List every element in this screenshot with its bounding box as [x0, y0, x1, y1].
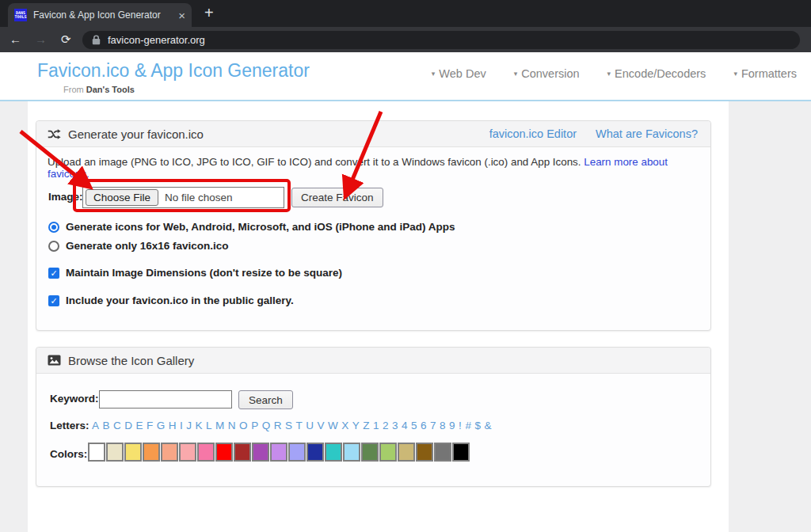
color-swatch[interactable]: [307, 443, 324, 462]
letter-link[interactable]: 9: [449, 420, 455, 431]
nav-label: Encode/Decoders: [615, 67, 706, 80]
letter-link[interactable]: 8: [440, 420, 446, 431]
radio-option-all-apps[interactable]: Generate icons for Web, Android, Microso…: [48, 221, 455, 233]
color-swatch[interactable]: [452, 443, 470, 462]
letter-link[interactable]: B: [103, 420, 110, 431]
tab-close-icon[interactable]: ×: [178, 9, 185, 22]
letter-link[interactable]: $: [474, 420, 481, 431]
letter-link[interactable]: #: [465, 420, 471, 431]
letter-link[interactable]: U: [306, 420, 314, 431]
color-swatch[interactable]: [379, 443, 397, 462]
radio-unselected-icon[interactable]: [48, 241, 59, 252]
new-tab-button[interactable]: +: [204, 4, 214, 22]
letter-link[interactable]: W: [328, 420, 338, 431]
letter-link[interactable]: H: [169, 420, 177, 431]
letter-link[interactable]: 2: [383, 420, 389, 431]
color-swatch[interactable]: [416, 443, 433, 462]
generator-panel-title: Generate your favicon.ico: [68, 127, 204, 141]
color-swatch[interactable]: [398, 443, 415, 462]
letter-link[interactable]: K: [196, 420, 203, 431]
color-swatch[interactable]: [106, 443, 124, 462]
letter-link[interactable]: Q: [262, 420, 271, 431]
radio-option-16x16[interactable]: Generate only 16x16 favicon.ico: [48, 240, 229, 252]
color-swatch[interactable]: [161, 443, 178, 462]
search-button[interactable]: Search: [238, 390, 293, 409]
color-swatch[interactable]: [234, 443, 251, 462]
letter-link[interactable]: R: [274, 420, 282, 431]
checkbox-checked-icon[interactable]: ✓: [48, 268, 59, 279]
color-swatch[interactable]: [361, 443, 379, 462]
checkbox-maintain-dimensions[interactable]: ✓ Maintain Image Dimensions (don't resiz…: [48, 267, 342, 279]
color-swatch[interactable]: [197, 443, 215, 462]
letter-link[interactable]: 6: [421, 420, 427, 431]
color-swatch[interactable]: [215, 443, 233, 462]
checkbox-public-gallery[interactable]: ✓ Include your favicon.ico in the public…: [48, 294, 294, 306]
shuffle-icon: [48, 128, 61, 140]
letter-link[interactable]: !: [459, 420, 462, 431]
letter-link[interactable]: M: [215, 420, 224, 431]
letter-link[interactable]: T: [295, 420, 302, 431]
color-swatch[interactable]: [343, 443, 360, 462]
page-title[interactable]: Favicon.ico & App Icon Generator: [37, 60, 310, 82]
brand-link[interactable]: Dan's Tools: [86, 85, 135, 94]
nav-item-web-dev[interactable]: ▾ Web Dev: [432, 67, 486, 80]
letter-link[interactable]: I: [180, 420, 183, 431]
letter-link[interactable]: &: [484, 420, 491, 431]
letter-link[interactable]: C: [113, 420, 121, 431]
url-text: favicon-generator.org: [108, 34, 205, 46]
color-swatch[interactable]: [179, 443, 196, 462]
browser-tab[interactable]: DANS TOOLS Favicon & App Icon Generator …: [8, 3, 192, 27]
letter-link[interactable]: S: [285, 420, 292, 431]
letter-link[interactable]: Z: [363, 420, 369, 431]
color-swatch[interactable]: [143, 443, 160, 462]
letter-link[interactable]: O: [239, 420, 248, 431]
site-favicon-icon: DANS TOOLS: [14, 9, 27, 21]
color-swatch[interactable]: [270, 443, 287, 462]
letter-link[interactable]: 4: [402, 420, 408, 431]
what-are-favicons-link[interactable]: What are Favicons?: [596, 127, 698, 140]
letter-link[interactable]: 3: [392, 420, 398, 431]
letter-link[interactable]: 7: [430, 420, 436, 431]
letter-link[interactable]: L: [206, 420, 212, 431]
gallery-panel-title: Browse the Icon Gallery: [68, 354, 194, 367]
letter-link[interactable]: G: [157, 420, 166, 431]
choose-file-button[interactable]: Choose File: [86, 189, 158, 206]
checkbox-checked-icon[interactable]: ✓: [48, 295, 59, 306]
favicon-editor-link[interactable]: favicon.ico Editor: [489, 127, 577, 140]
letter-link[interactable]: P: [251, 420, 258, 431]
keyword-input[interactable]: [99, 390, 232, 408]
nav-item-encode-decoders[interactable]: ▾ Encode/Decoders: [607, 67, 706, 80]
site-header: Favicon.ico & App Icon Generator From Da…: [0, 52, 811, 101]
letter-link[interactable]: J: [186, 420, 192, 431]
address-bar[interactable]: favicon-generator.org: [82, 31, 800, 49]
favicon-text-bottom: TOOLS: [14, 15, 26, 19]
letter-link[interactable]: V: [317, 420, 324, 431]
letter-link[interactable]: D: [124, 420, 132, 431]
nav-item-conversion[interactable]: ▾ Conversion: [514, 67, 580, 80]
letter-link[interactable]: E: [136, 420, 143, 431]
letter-link[interactable]: X: [341, 420, 348, 431]
letter-link[interactable]: Y: [352, 420, 360, 431]
forward-icon[interactable]: →: [35, 32, 47, 46]
site-subtitle: From Dan's Tools: [63, 85, 135, 94]
letter-link[interactable]: A: [92, 420, 99, 431]
image-field-label: Image:: [48, 191, 83, 203]
reload-icon[interactable]: ⟳: [61, 32, 71, 47]
file-input[interactable]: Choose File No file chosen: [82, 187, 284, 208]
create-favicon-button[interactable]: Create Favicon: [291, 188, 383, 207]
color-swatch[interactable]: [88, 443, 105, 462]
color-swatch[interactable]: [124, 443, 142, 462]
back-icon[interactable]: ←: [10, 32, 21, 46]
color-swatch[interactable]: [434, 443, 451, 462]
letter-link[interactable]: 5: [411, 420, 417, 431]
color-swatch[interactable]: [288, 443, 306, 462]
letter-link[interactable]: N: [228, 420, 236, 431]
nav-item-formatters[interactable]: ▾ Formatters: [733, 67, 797, 80]
letter-link[interactable]: F: [147, 420, 153, 431]
radio-selected-icon[interactable]: [48, 222, 59, 233]
gallery-panel-header: Browse the Icon Gallery: [36, 348, 710, 374]
letter-link[interactable]: 1: [373, 420, 379, 431]
radio-label: Generate icons for Web, Android, Microso…: [66, 221, 455, 233]
color-swatch[interactable]: [252, 443, 269, 462]
color-swatch[interactable]: [325, 443, 342, 462]
